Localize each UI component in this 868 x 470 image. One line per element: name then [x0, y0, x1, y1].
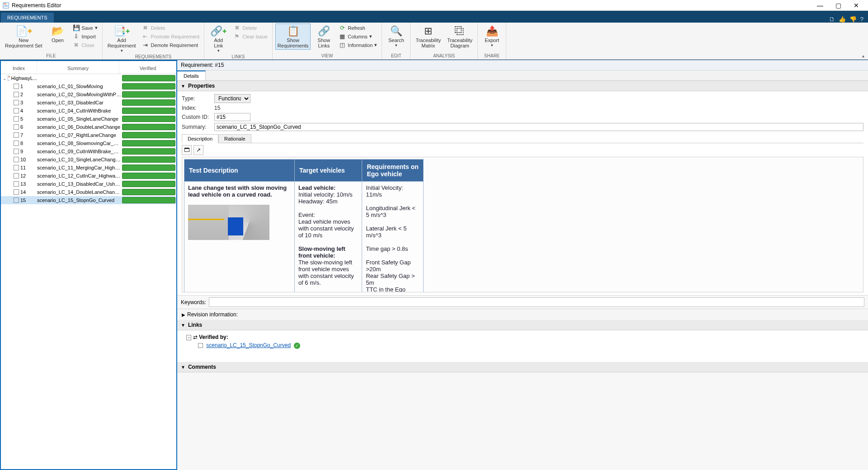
columns-button[interactable]: ▦Columns ▾: [337, 32, 379, 41]
description-editor[interactable]: Test Description Target vehicles Require…: [182, 157, 863, 292]
search-button[interactable]: 🔍 Search▾: [385, 24, 407, 49]
demote-req-button[interactable]: ⇥Demote Requirement: [140, 41, 202, 49]
index-label: Index:: [182, 105, 214, 111]
close-button[interactable]: ✕: [847, 2, 865, 9]
ribbon: 📄✚ New Requirement Set 📂 Open 💾Save ▾ ⇩I…: [0, 23, 868, 60]
show-requirements-button[interactable]: 📋 Show Requirements: [275, 24, 311, 50]
tab-requirements[interactable]: REQUIREMENTS: [1, 13, 54, 23]
edit-open-button[interactable]: 🗖: [182, 145, 192, 155]
demote-icon: ⇥: [142, 42, 149, 48]
show-links-button[interactable]: 🔗 Show Links: [312, 24, 335, 50]
revision-info-section[interactable]: ▶Revision information:: [177, 309, 868, 320]
minimize-button[interactable]: —: [811, 2, 829, 9]
link-target[interactable]: scenario_LC_15_StopnGo_Curved: [206, 342, 291, 348]
verified-bar: [122, 99, 175, 106]
tree-row[interactable]: 6scenario_LC_06_DoubleLaneChange: [1, 123, 176, 131]
verified-by-label: Verified by:: [199, 334, 228, 340]
tree-row[interactable]: 13scenario_LC_13_DisabledCar_Ushape: [1, 180, 176, 188]
th-testdesc: Test Description: [184, 160, 295, 182]
qa-btn-3[interactable]: 👎: [849, 16, 857, 23]
add-requirement-button[interactable]: 📑✚ Add Requirement▾: [105, 24, 138, 54]
help-button[interactable]: ?: [860, 16, 863, 23]
qa-btn-2[interactable]: 👍: [839, 16, 846, 23]
th-target: Target vehicles: [294, 160, 362, 182]
search-icon: 🔍: [390, 25, 402, 38]
tab-description[interactable]: Description: [182, 134, 218, 143]
tree-row[interactable]: 12scenario_LC_12_CutInCar_HighwayEntry: [1, 172, 176, 180]
close-file-button[interactable]: ✖Close: [71, 41, 99, 49]
tree-row[interactable]: 11scenario_LC_11_MergingCar_HighwayEntry: [1, 164, 176, 172]
add-link-button[interactable]: 🔗✚ Add Link▾: [207, 24, 230, 54]
info-icon: ◫: [339, 42, 346, 48]
tree-row[interactable]: 10scenario_LC_10_SingleLaneChange_Curved: [1, 155, 176, 164]
new-requirement-set-button[interactable]: 📄✚ New Requirement Set: [3, 24, 45, 50]
show-req-icon: 📋: [287, 25, 299, 38]
traceability-diagram-button[interactable]: ⿻ Traceability Diagram: [445, 24, 475, 50]
quick-access: 🗋 👍 👎 ?: [829, 16, 868, 23]
ribbon-group-links: 🔗✚ Add Link▾ ✖Delete ⚑Clear Issue LINKS: [204, 23, 273, 59]
req-item-icon: [14, 84, 19, 89]
tree-row[interactable]: 15scenario_LC_15_StopnGo_Curved: [1, 196, 176, 204]
tree-row[interactable]: 1scenario_LC_01_SlowMoving: [1, 82, 176, 90]
tree-row[interactable]: 14scenario_LC_14_DoubleLaneChange_Ushape: [1, 188, 176, 196]
tree-row[interactable]: 9scenario_LC_09_CutInWithBrake_Curved: [1, 147, 176, 155]
traceability-matrix-button[interactable]: ⊞ Traceability Matrix: [413, 24, 443, 50]
promote-icon: ⇤: [142, 33, 149, 40]
properties-header[interactable]: ▼Properties: [177, 81, 868, 91]
col-index[interactable]: Index: [1, 61, 37, 74]
row-index: 11: [20, 165, 26, 170]
open-button[interactable]: 📂 Open: [47, 24, 69, 44]
row-summary: scenario_LC_10_SingleLaneChange_Curved: [37, 157, 121, 162]
tree-row[interactable]: 3scenario_LC_03_DisabledCar: [1, 99, 176, 107]
tree-row[interactable]: 8scenario_LC_08_SlowmovingCar_Curved: [1, 139, 176, 147]
refresh-button[interactable]: ⟳Refresh: [337, 24, 379, 32]
tree-row[interactable]: 7scenario_LC_07_RightLaneChange: [1, 131, 176, 139]
keywords-input[interactable]: [209, 297, 864, 307]
row-index: 4: [20, 108, 23, 113]
summary-input[interactable]: [214, 123, 863, 131]
verified-bar: [122, 181, 175, 187]
links-header[interactable]: ▼Links: [177, 320, 868, 330]
ribbon-group-view: 📋 Show Requirements 🔗 Show Links ⟳Refres…: [273, 23, 382, 59]
qa-btn-1[interactable]: 🗋: [829, 16, 835, 23]
tdiagram-icon: ⿻: [455, 25, 465, 38]
comments-header[interactable]: ▼Comments: [177, 362, 868, 372]
verified-bar: [122, 108, 175, 114]
tree-row[interactable]: 4scenario_LC_04_CutInWithBrake: [1, 107, 176, 115]
verified-by-icon: ⇄: [193, 334, 198, 340]
information-button[interactable]: ◫Information ▾: [337, 41, 379, 49]
col-verified[interactable]: Verified: [119, 61, 176, 74]
tree-row[interactable]: 5scenario_LC_05_SingleLaneChange: [1, 115, 176, 123]
tree-row[interactable]: 2scenario_LC_02_SlowMovingWithPassingCar: [1, 90, 176, 99]
delete-link-button[interactable]: ✖Delete: [231, 24, 269, 32]
customid-input[interactable]: [214, 113, 250, 121]
row-summary: scenario_LC_14_DoubleLaneChange_Ushape: [37, 189, 121, 195]
export-button[interactable]: 📤 Export▾: [481, 24, 503, 49]
type-select[interactable]: Functional: [214, 94, 250, 103]
verified-bar: [122, 83, 175, 89]
edit-popout-button[interactable]: ↗: [193, 145, 203, 155]
verified-bar: [122, 197, 175, 203]
col-summary[interactable]: Summary: [37, 61, 119, 74]
ribbon-collapse-button[interactable]: ▴: [862, 53, 864, 58]
promote-req-button[interactable]: ⇤Promote Requirement: [140, 32, 202, 41]
collapse-minus-icon[interactable]: −: [186, 335, 191, 340]
delete-req-button[interactable]: ✖Delete: [140, 24, 202, 32]
scenario-image: [188, 205, 269, 240]
tree-root[interactable]: ⌄HighwayL...: [1, 74, 176, 82]
requirement-header: Requirement: #15: [177, 60, 868, 70]
clear-issue-button[interactable]: ⚑Clear Issue: [231, 32, 269, 41]
req-item-icon: [14, 100, 19, 105]
link-icon: 🔗✚: [210, 25, 226, 38]
requirements-tree-pane: Index Summary Verified ⌄HighwayL... 1sce…: [0, 60, 177, 470]
editor-buttons: 🗖 ↗: [182, 145, 863, 155]
maximize-button[interactable]: ▢: [829, 2, 847, 9]
row-summary: scenario_LC_03_DisabledCar: [37, 100, 121, 105]
tab-details[interactable]: Details: [177, 70, 206, 80]
chevron-down-icon[interactable]: ⌄: [3, 76, 6, 81]
type-label: Type:: [182, 95, 214, 102]
save-button[interactable]: 💾Save ▾: [71, 24, 99, 32]
tab-rationale[interactable]: Rationale: [218, 134, 251, 143]
import-button[interactable]: ⇩Import: [71, 32, 99, 41]
title-bar: Requirements Editor — ▢ ✕: [0, 0, 868, 11]
